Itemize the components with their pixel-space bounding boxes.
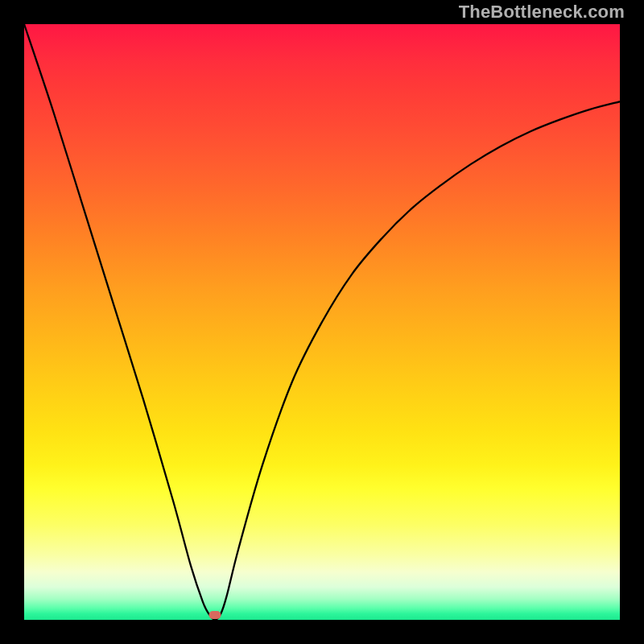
chart-frame: TheBottleneck.com xyxy=(0,0,644,644)
optimal-point-marker xyxy=(208,611,221,619)
watermark-text: TheBottleneck.com xyxy=(459,0,625,24)
plot-area xyxy=(24,24,620,620)
curve-svg xyxy=(24,24,620,620)
bottleneck-curve-path xyxy=(24,24,620,620)
